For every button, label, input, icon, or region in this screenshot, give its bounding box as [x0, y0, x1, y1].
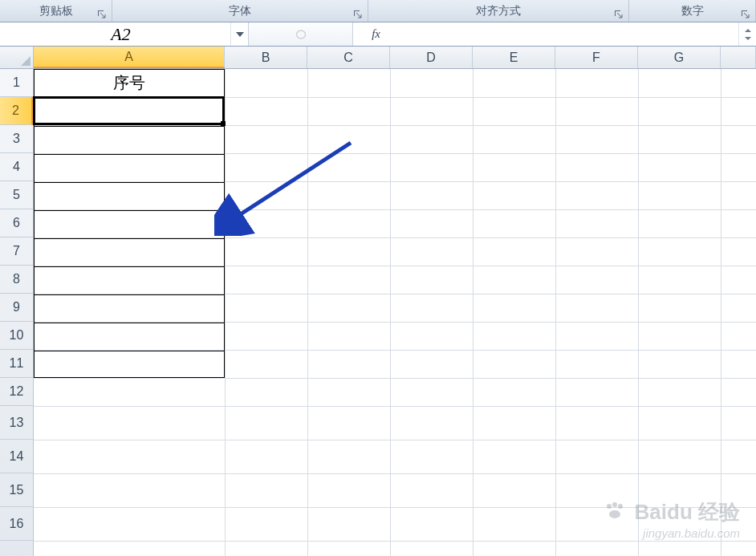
column-header-g[interactable]: G: [638, 47, 721, 68]
svg-point-5: [609, 510, 620, 518]
fx-label[interactable]: fx: [353, 22, 385, 46]
name-box-dropdown[interactable]: [230, 22, 248, 46]
ribbon-group-clipboard: 剪贴板: [0, 0, 112, 22]
gridline: [34, 378, 756, 379]
watermark-line2: jingyan.baidu.com: [604, 526, 740, 540]
column-header-c[interactable]: C: [307, 47, 390, 68]
dialog-launcher-icon[interactable]: [741, 9, 750, 18]
column-header-b[interactable]: B: [225, 47, 307, 68]
row-header-14[interactable]: 14: [0, 440, 33, 473]
formula-bar-buttons: [249, 22, 353, 46]
svg-point-4: [618, 504, 623, 509]
ribbon-group-label: 剪贴板: [39, 4, 73, 18]
row-header-8[interactable]: 8: [0, 266, 33, 294]
dialog-launcher-icon[interactable]: [614, 9, 624, 18]
formula-bar: A2 fx: [0, 22, 756, 47]
gridline: [34, 440, 756, 440]
column-header-a[interactable]: A: [34, 47, 225, 68]
dialog-launcher-icon[interactable]: [353, 9, 363, 18]
ribbon-group-number: 数字: [629, 0, 756, 22]
column-headers: A B C D E F G: [34, 47, 756, 69]
select-all-corner[interactable]: [0, 47, 34, 69]
row-header-10[interactable]: 10: [0, 322, 33, 350]
gridline: [473, 69, 474, 556]
svg-point-0: [296, 30, 305, 39]
watermark-line1: Baidu 经验: [604, 498, 740, 526]
row-header-13[interactable]: 13: [0, 406, 33, 440]
row-header-11[interactable]: 11: [0, 350, 33, 378]
watermark-text: Baidu 经验: [635, 500, 740, 524]
cells-area[interactable]: 序号: [34, 69, 756, 556]
row-header-1[interactable]: 1: [0, 69, 33, 97]
svg-point-2: [607, 504, 612, 509]
svg-point-3: [612, 502, 617, 507]
paw-icon: [604, 500, 625, 525]
gridline: [390, 69, 391, 556]
spreadsheet-grid[interactable]: A B C D E F G 1 2 3 4 5 6 7 8 9 10 11 12…: [0, 47, 756, 556]
row-header-2[interactable]: 2: [0, 97, 33, 125]
formula-input[interactable]: [385, 22, 738, 46]
cancel-icon: [294, 27, 308, 42]
name-box-container: A2: [0, 22, 249, 46]
gridline: [638, 69, 639, 556]
row-header-9[interactable]: 9: [0, 294, 33, 322]
gridline: [555, 69, 556, 556]
ribbon-group-row: 剪贴板 字体 对齐方式 数字: [0, 0, 756, 22]
dialog-launcher-icon[interactable]: [97, 9, 107, 18]
column-header-f[interactable]: F: [555, 47, 638, 68]
row-header-4[interactable]: 4: [0, 153, 33, 181]
row-header-15[interactable]: 15: [0, 473, 33, 507]
name-box[interactable]: A2: [0, 24, 230, 45]
ribbon-group-label: 对齐方式: [476, 4, 521, 18]
gridline: [34, 541, 756, 542]
ribbon-group-font: 字体: [112, 0, 368, 22]
ribbon-group-label: 字体: [229, 4, 251, 18]
row-header-7[interactable]: 7: [0, 237, 33, 266]
gridline: [34, 473, 756, 474]
watermark: Baidu 经验 jingyan.baidu.com: [604, 498, 740, 540]
gridline: [721, 69, 721, 556]
formula-expand-icon[interactable]: [738, 22, 756, 46]
ribbon-group-alignment: 对齐方式: [368, 0, 629, 22]
row-headers: 1 2 3 4 5 6 7 8 9 10 11 12 13 14 15 16: [0, 69, 34, 556]
bordered-range: [34, 69, 225, 378]
row-header-6[interactable]: 6: [0, 209, 33, 237]
column-header-extra[interactable]: [721, 47, 756, 68]
column-header-e[interactable]: E: [473, 47, 555, 68]
column-header-d[interactable]: D: [390, 47, 473, 68]
gridline: [225, 69, 226, 556]
annotation-arrow-icon: [214, 140, 375, 236]
row-header-5[interactable]: 5: [0, 181, 33, 209]
row-header-3[interactable]: 3: [0, 125, 33, 153]
ribbon-group-label: 数字: [681, 4, 704, 18]
row-header-16[interactable]: 16: [0, 507, 33, 541]
cell-a1[interactable]: 序号: [34, 69, 225, 97]
gridline: [307, 69, 308, 556]
gridline: [34, 406, 756, 407]
row-header-12[interactable]: 12: [0, 378, 33, 406]
